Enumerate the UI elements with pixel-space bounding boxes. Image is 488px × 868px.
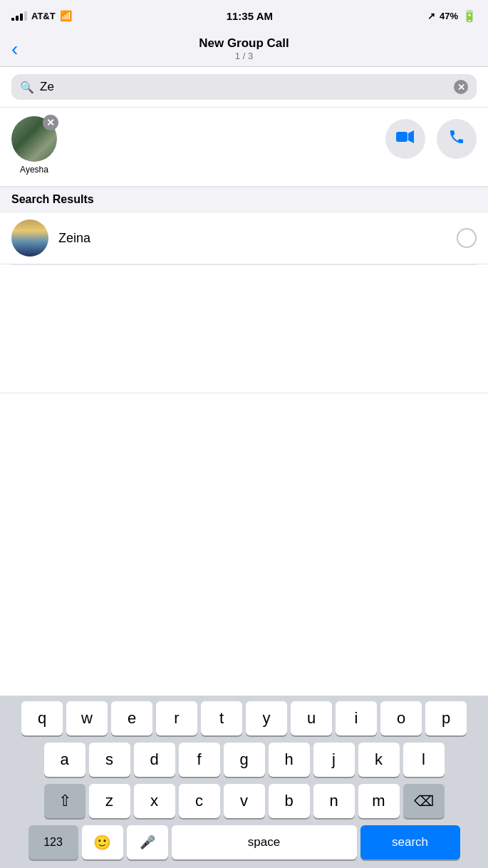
page-title: New Group Call [199, 36, 289, 51]
key-shift[interactable]: ⇧ [44, 784, 85, 818]
key-r[interactable]: r [156, 701, 197, 735]
selected-contact-ayesha[interactable]: ✕ Ayesha [11, 116, 57, 175]
key-k[interactable]: k [358, 743, 400, 777]
key-o[interactable]: o [380, 701, 422, 735]
key-q[interactable]: q [21, 701, 63, 735]
key-microphone[interactable]: 🎤 [127, 825, 168, 859]
phone-icon [448, 128, 465, 150]
key-search[interactable]: search [360, 825, 460, 859]
keyboard: q w e r t y u i o p a s d f g h j k l ⇧ … [0, 696, 488, 868]
svg-rect-0 [396, 132, 407, 142]
page-subtitle: 1 / 3 [199, 51, 289, 61]
keyboard-row-2: a s d f g h j k l [3, 743, 485, 777]
contact-select-radio-zeina[interactable] [457, 228, 477, 248]
back-button[interactable]: ‹ [11, 38, 18, 61]
search-key-label: search [392, 835, 428, 849]
avatar-image-zeina [11, 219, 48, 257]
contact-name-zeina: Zeina [58, 231, 457, 246]
search-input[interactable]: Ze [40, 80, 448, 94]
key-e[interactable]: e [111, 701, 152, 735]
key-i[interactable]: i [336, 701, 377, 735]
search-bar[interactable]: 🔍 Ze ✕ [11, 74, 477, 100]
key-x[interactable]: x [134, 784, 175, 818]
backspace-icon: ⌫ [414, 792, 434, 810]
nav-title-container: New Group Call 1 / 3 [199, 36, 289, 61]
key-n[interactable]: n [313, 784, 355, 818]
keyboard-bottom-row: 123 🙂 🎤 space search [3, 825, 485, 859]
selected-contacts-strip: ✕ Ayesha [0, 108, 488, 187]
key-b[interactable]: b [269, 784, 310, 818]
key-l[interactable]: l [403, 743, 445, 777]
key-s[interactable]: s [89, 743, 130, 777]
battery-label: 47% [440, 11, 458, 21]
avatar-zeina [11, 219, 48, 257]
emoji-icon: 🙂 [93, 834, 111, 851]
key-c[interactable]: c [179, 784, 220, 818]
key-v[interactable]: v [224, 784, 265, 818]
key-backspace[interactable]: ⌫ [403, 784, 445, 818]
empty-content-area [0, 265, 488, 393]
key-p[interactable]: p [425, 701, 467, 735]
key-g[interactable]: g [224, 743, 265, 777]
key-y[interactable]: y [246, 701, 287, 735]
nav-bar: ‹ New Group Call 1 / 3 [0, 31, 488, 67]
key-numbers[interactable]: 123 [28, 825, 78, 859]
key-t[interactable]: t [201, 701, 242, 735]
status-right: ↗ 47% 🔋 [427, 9, 477, 23]
keyboard-row-3: ⇧ z x c v b n m ⌫ [3, 784, 485, 818]
key-h[interactable]: h [269, 743, 310, 777]
wifi-icon: 📶 [60, 10, 72, 21]
status-bar: AT&T 📶 11:35 AM ↗ 47% 🔋 [0, 0, 488, 31]
contact-name-ayesha: Ayesha [20, 165, 48, 175]
space-label: space [248, 835, 280, 849]
remove-ayesha-button[interactable]: ✕ [43, 115, 58, 130]
status-left: AT&T 📶 [11, 10, 72, 21]
contact-row-zeina[interactable]: Zeina [0, 212, 488, 264]
section-header: Search Results [0, 187, 488, 212]
phone-call-button[interactable] [437, 119, 477, 159]
battery-icon: 🔋 [462, 9, 477, 23]
signal-bars [11, 11, 27, 21]
search-icon: 🔍 [20, 81, 34, 94]
key-u[interactable]: u [291, 701, 332, 735]
numbers-label: 123 [43, 836, 63, 849]
key-a[interactable]: a [44, 743, 85, 777]
key-z[interactable]: z [89, 784, 130, 818]
search-clear-button[interactable]: ✕ [454, 80, 468, 94]
call-buttons [385, 116, 477, 159]
search-container: 🔍 Ze ✕ [0, 67, 488, 108]
time-display: 11:35 AM [227, 10, 273, 22]
key-w[interactable]: w [66, 701, 108, 735]
key-m[interactable]: m [358, 784, 400, 818]
carrier-label: AT&T [31, 11, 56, 21]
location-icon: ↗ [427, 11, 435, 21]
mic-icon: 🎤 [140, 835, 155, 850]
video-icon [396, 130, 415, 148]
key-space[interactable]: space [172, 825, 357, 859]
key-emoji[interactable]: 🙂 [82, 825, 123, 859]
shift-icon: ⇧ [58, 792, 71, 810]
keyboard-row-1: q w e r t y u i o p [3, 701, 485, 735]
key-f[interactable]: f [179, 743, 220, 777]
key-j[interactable]: j [313, 743, 355, 777]
svg-marker-1 [408, 130, 414, 143]
video-call-button[interactable] [385, 119, 425, 159]
key-d[interactable]: d [134, 743, 175, 777]
